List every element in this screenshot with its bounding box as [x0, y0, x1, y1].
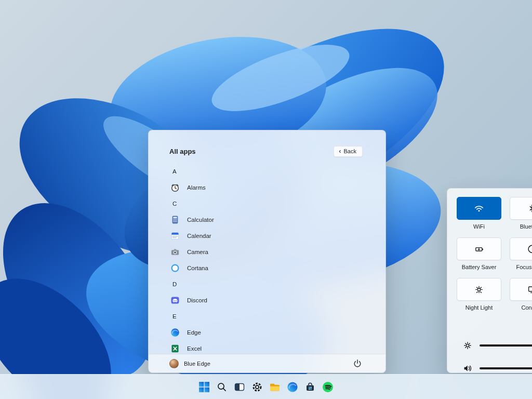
- connect-tile[interactable]: [510, 278, 532, 301]
- page-title: All apps: [169, 148, 196, 155]
- moon-icon: [527, 244, 532, 254]
- calculator-icon: [170, 215, 180, 225]
- app-label: Cortana: [187, 265, 208, 271]
- volume-slider-row: [463, 363, 532, 374]
- app-row-cortana[interactable]: Cortana: [169, 260, 365, 276]
- file-explorer-button[interactable]: [266, 377, 284, 397]
- connect-icon: [527, 284, 532, 295]
- sun-icon: [474, 284, 484, 295]
- brightness-slider[interactable]: [480, 344, 532, 347]
- qs-cell-focus-assist: Focus assist: [510, 237, 532, 277]
- section-letter-d[interactable]: D: [169, 276, 365, 292]
- qs-label: Focus assist: [516, 264, 532, 270]
- app-label: Discord: [187, 297, 207, 303]
- qs-label: Night Light: [466, 304, 493, 311]
- qs-cell-bluetooth: Bluetooth: [510, 197, 532, 236]
- app-label: Camera: [187, 249, 208, 255]
- start-menu-all-apps: All apps ‹ Back A Alarms C Calculator Ca…: [148, 130, 386, 373]
- avatar: [169, 359, 179, 368]
- app-label: Edge: [187, 329, 201, 336]
- spotify-icon: [322, 381, 334, 393]
- qs-cell-night-light: Night Light: [457, 278, 501, 317]
- taskbar-icon-group: [195, 377, 337, 397]
- app-label: Calendar: [187, 233, 211, 239]
- qs-label: Connect: [522, 304, 532, 311]
- spotify-button[interactable]: [319, 377, 337, 397]
- chevron-left-icon: ‹: [339, 149, 341, 154]
- store-button[interactable]: [301, 377, 319, 397]
- all-apps-header: All apps ‹ Back: [149, 130, 385, 160]
- app-row-discord[interactable]: Discord: [169, 292, 365, 308]
- start-menu-footer: Blue Edge: [149, 354, 385, 373]
- focus-assist-tile[interactable]: [510, 237, 532, 260]
- user-name: Blue Edge: [184, 361, 210, 367]
- alarms-icon: [170, 182, 180, 193]
- task-view-button[interactable]: [231, 377, 248, 397]
- back-button[interactable]: ‹ Back: [334, 146, 363, 157]
- wifi-tile[interactable]: [457, 197, 501, 220]
- app-label: Alarms: [187, 184, 206, 191]
- gear-icon: [251, 381, 263, 393]
- qs-cell-connect: Connect: [510, 278, 532, 317]
- bluetooth-icon: [527, 203, 532, 214]
- app-row-calculator[interactable]: Calculator: [169, 211, 365, 228]
- volume-icon: [463, 364, 472, 373]
- app-label: Excel: [187, 345, 202, 352]
- section-letter-e[interactable]: E: [169, 308, 365, 324]
- edge-button[interactable]: [284, 377, 301, 397]
- qs-cell-battery-saver: Battery Saver: [457, 237, 501, 277]
- qs-cell-wifi: WiFi: [457, 197, 501, 236]
- battery-saver-tile[interactable]: [457, 237, 501, 260]
- cortana-icon: [170, 263, 180, 273]
- qs-label: Bluetooth: [520, 223, 532, 230]
- power-button[interactable]: [350, 356, 365, 371]
- folder-icon: [269, 381, 281, 393]
- quick-settings-panel: WiFi Bluetooth Battery Saver Focus assis…: [447, 188, 532, 373]
- qs-label: Battery Saver: [462, 264, 497, 270]
- app-row-alarms[interactable]: Alarms: [169, 179, 365, 195]
- app-row-edge[interactable]: Edge: [169, 324, 365, 340]
- app-row-camera[interactable]: Camera: [169, 244, 365, 260]
- section-letter-c[interactable]: C: [169, 195, 365, 211]
- discord-icon: [170, 295, 180, 305]
- edge-icon: [170, 327, 180, 338]
- search-button[interactable]: [213, 377, 231, 397]
- taskbar: [0, 374, 532, 399]
- start-button[interactable]: [195, 377, 213, 397]
- quick-settings-grid: WiFi Bluetooth Battery Saver Focus assis…: [457, 197, 532, 317]
- wifi-icon: [474, 203, 484, 214]
- app-row-calendar[interactable]: Calendar: [169, 228, 365, 244]
- brightness-icon: [463, 341, 472, 350]
- apps-list: A Alarms C Calculator Calendar Camera: [149, 160, 385, 354]
- task-view-icon: [234, 381, 245, 393]
- search-icon: [216, 381, 228, 393]
- power-icon: [352, 358, 363, 369]
- night-light-tile[interactable]: [457, 278, 501, 301]
- edge-icon: [287, 381, 298, 393]
- qs-label: WiFi: [473, 223, 485, 230]
- back-label: Back: [344, 148, 356, 154]
- camera-icon: [170, 247, 180, 257]
- settings-button[interactable]: [248, 377, 266, 397]
- bluetooth-tile[interactable]: [510, 197, 532, 220]
- store-bag-icon: [304, 381, 316, 393]
- excel-icon: [170, 343, 180, 354]
- brightness-slider-row: [463, 340, 532, 351]
- windows-logo-icon: [198, 381, 210, 393]
- section-letter-a[interactable]: A: [169, 163, 365, 179]
- battery-saver-icon: [474, 244, 484, 254]
- volume-slider[interactable]: [480, 367, 532, 369]
- app-row-excel[interactable]: Excel: [169, 340, 365, 354]
- app-label: Calculator: [187, 217, 214, 223]
- user-profile-button[interactable]: Blue Edge: [169, 359, 210, 368]
- calendar-icon: [170, 231, 180, 241]
